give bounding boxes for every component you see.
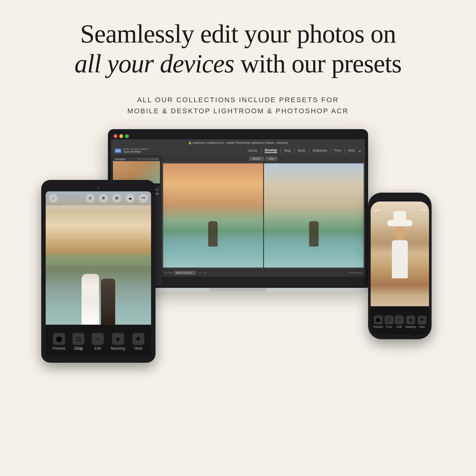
phone-time: 9:41 [374, 208, 380, 212]
woman-with-hat [386, 211, 414, 290]
phone-notch [389, 197, 411, 200]
lr-logo: LrC [115, 149, 121, 153]
hero-title: Seamlessly edit your photos on all your … [75, 19, 401, 79]
phone-tool-edit[interactable]: ≡ Edit [395, 315, 404, 328]
phone-heal-icon: ✚ [418, 315, 426, 324]
tablet-presets-label: Presets [52, 346, 65, 351]
laptop-titlebar: 🔒 Lightroom Catalog.lrcat - Adobe Photos… [111, 139, 365, 146]
hero-subtitle: ALL OUR COLLECTIONS INCLUDE PRESETS FOR … [75, 94, 401, 116]
subtitle-line1: ALL OUR COLLECTIONS INCLUDE PRESETS FOR [137, 96, 339, 104]
phone-screen: 9:41 ▲●▮ ⬤ Presets [371, 202, 429, 335]
before-photo-warm [163, 163, 263, 268]
titlebar-text: 🔒 Lightroom Catalog.lrcat - Adobe Photos… [188, 141, 288, 144]
lr-before-btn[interactable]: Before [249, 156, 264, 161]
tl-red-button[interactable] [114, 134, 117, 138]
hero-title-line1: Seamlessly edit your photos on [80, 19, 396, 48]
tl-green-button[interactable] [125, 134, 129, 138]
tablet-masking-label: Masking [111, 346, 125, 351]
lr-before-after-bar: Before After [162, 155, 365, 162]
woman-silhouette-warm [208, 221, 218, 247]
phone-masking-label: Masking [405, 325, 416, 328]
tablet-cloud-icon[interactable]: ☁ [126, 194, 135, 203]
lr-nav-develop[interactable]: Develop [265, 149, 277, 153]
tablet-tool-crop[interactable]: ⊡ Crop [72, 333, 84, 351]
phone-heal-label: Heal [419, 325, 425, 328]
lr-photos-container [162, 162, 365, 269]
phone-photo: 9:41 ▲●▮ [371, 202, 429, 306]
navigator-label: Navigator [115, 158, 126, 161]
tablet-share-icon[interactable]: ⊙ [86, 194, 95, 203]
body [392, 240, 408, 278]
tablet-star-icon[interactable]: ⊕ [99, 194, 108, 203]
phone-tool-masking[interactable]: ◈ Masking [405, 315, 416, 328]
tl-yellow-button[interactable] [119, 134, 123, 138]
phone-status-icons: ▲●▮ [420, 208, 425, 212]
lr-bottom-toolbar: ⊞ ⊟ ⊠ Before & After... ◁ ▷ ◁▷ Soft Proo… [162, 269, 365, 277]
devices-container: 🔒 Lightroom Catalog.lrcat - Adobe Photos… [48, 129, 428, 431]
phone-device: 9:41 ▲●▮ ⬤ Presets [368, 193, 432, 339]
tablet-toolbar: ‹ ⊙ ⊕ ⊞ ☁ ••• [46, 191, 151, 205]
tablet-crop-label: Crop [74, 346, 83, 351]
lr-main-view: Before After [162, 155, 365, 286]
hat-brim [387, 220, 413, 226]
lr-nav-slideshow[interactable]: Slideshow [313, 149, 327, 152]
lr-navigator-header: Navigator FIT 100% 200% ■ [113, 157, 160, 161]
groom-figure [101, 279, 115, 325]
hero-title-italic: all your devices [75, 49, 234, 78]
tablet-presets-icon: ⬤ [53, 333, 65, 345]
tablet-tool-masking[interactable]: ◈ Masking [111, 333, 125, 351]
lr-after-btn[interactable]: After [265, 156, 278, 161]
laptop-stand [209, 288, 267, 292]
tablet-heal-label: Heal [134, 346, 142, 351]
tablet-info-icon[interactable]: ⊞ [112, 194, 121, 203]
tablet-more-icon[interactable]: ••• [139, 194, 148, 203]
subtitle-line2: MOBILE & DESKTOP LIGHTROOM & PHOTOSHOP A… [127, 107, 349, 115]
lr-topbar: LrC Adobe Lightroom Classic Sara Houliha… [111, 146, 365, 155]
phone-presets-icon: ⬤ [374, 315, 383, 324]
tablet-body: ‹ ⊙ ⊕ ⊞ ☁ ••• [41, 180, 155, 363]
tablet-device: ‹ ⊙ ⊕ ⊞ ☁ ••• [41, 180, 155, 363]
lr-ba-btn-toolbar[interactable]: Before & After... [174, 271, 196, 275]
after-photo-cool [264, 163, 364, 268]
lr-filmstrip [162, 277, 365, 286]
lr-after-photo [264, 163, 364, 268]
phone-bottom-bar: ⬤ Presets ⊡ Crop ≡ Edit ◈ Masking [371, 306, 429, 335]
phone-crop-label: Crop [386, 325, 392, 328]
phone-crop-icon: ⊡ [385, 315, 393, 324]
lr-username: Adobe Lightroom Classic Sara Houlihan [123, 148, 148, 153]
lr-nav-map[interactable]: Map [284, 149, 290, 152]
traffic-lights [111, 132, 365, 139]
tablet-camera [97, 186, 100, 189]
lr-soft-proofing: Soft Proofing [349, 271, 362, 274]
tablet-crop-icon: ⊡ [72, 333, 84, 345]
face [394, 226, 406, 240]
phone-tool-presets[interactable]: ⬤ Presets [373, 315, 383, 328]
tablet-photo: ‹ ⊙ ⊕ ⊞ ☁ ••• [46, 191, 151, 325]
lr-nav-print[interactable]: Print [334, 149, 341, 152]
hero-section: Seamlessly edit your photos on all your … [49, 19, 427, 116]
tablet-back-icon[interactable]: ‹ [49, 194, 58, 203]
tablet-edit-label: Edit [95, 346, 101, 351]
tablet-tool-presets[interactable]: ⬤ Presets [52, 333, 65, 351]
lr-nav-book[interactable]: Book [298, 149, 305, 152]
phone-edit-icon: ≡ [395, 315, 404, 324]
lr-nav: Library | Develop | Map | Book | Slidesh… [248, 148, 361, 154]
woman-silhouette-cool [309, 221, 319, 247]
hat-crown [393, 211, 406, 221]
tablet-screen: ‹ ⊙ ⊕ ⊞ ☁ ••• [46, 191, 151, 356]
hero-title-line2: with our presets [234, 49, 401, 78]
phone-tool-crop[interactable]: ⊡ Crop [385, 315, 393, 328]
tablet-tool-heal[interactable]: ✚ Heal [132, 333, 144, 351]
tablet-masking-icon: ◈ [112, 333, 124, 345]
lr-before-photo [163, 163, 263, 268]
tablet-tool-edit[interactable]: ≡ Edit [92, 333, 104, 351]
lr-nav-library[interactable]: Library [248, 149, 258, 152]
tablet-edit-icon: ≡ [92, 333, 104, 345]
tablet-heal-icon: ✚ [132, 333, 144, 345]
phone-presets-label: Presets [373, 325, 383, 328]
phone-edit-label: Edit [397, 325, 402, 328]
lr-nav-web[interactable]: Web [348, 149, 355, 152]
phone-tool-heal[interactable]: ✚ Heal [418, 315, 426, 328]
phone-masking-icon: ◈ [406, 315, 415, 324]
tablet-bottom-bar: ⬤ Presets ⊡ Crop ≡ Edit ◈ Masking [46, 325, 151, 356]
